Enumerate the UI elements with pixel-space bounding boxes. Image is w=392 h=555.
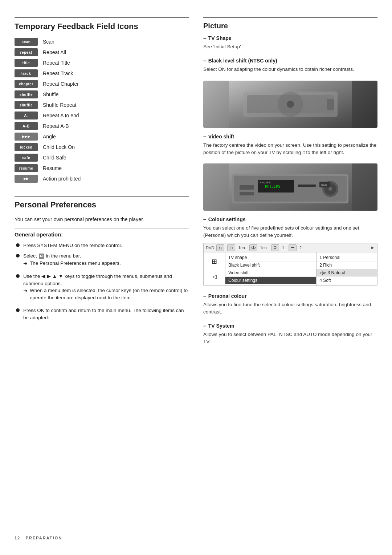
bullet-dot-icon — [16, 243, 20, 247]
resume-label: Resume — [43, 165, 62, 171]
icon-list: scan Scan repeat Repeat All title Repeat… — [15, 38, 189, 183]
colour-settings-heading-row: – Colour settings — [203, 216, 377, 222]
picture-section-title: Picture — [203, 17, 377, 30]
personal-colour-body: Allows you to fine-tune the selected col… — [203, 301, 377, 316]
list-item: Use the ◀ ▶ ▲ ▼ keys to toggle through t… — [16, 273, 189, 303]
shuffle-icon-badge: shuffle — [15, 90, 38, 98]
arrow-icon: ➜ — [23, 260, 28, 267]
list-item: track Repeat Track — [15, 69, 189, 77]
safe-icon-badge: safe — [15, 154, 38, 162]
menu-item-tv-shape: TV shape — [225, 254, 316, 262]
section1-title: Temporary Feedback Field Icons — [15, 17, 189, 31]
col-val-3: 1 — [282, 246, 284, 250]
colour-settings-heading: Colour settings — [208, 216, 246, 222]
svg-rect-11 — [240, 185, 254, 190]
colour-settings-table: DVD ↑↓ □ 1en ◁▷ 1en ⊙ 1 ↩ 2 ▶ — [203, 243, 377, 286]
tv-shape-body: See 'Initial Setup' — [203, 43, 377, 50]
table-body: ⊞ ◁ TV shape Black Level shift Video shi… — [204, 252, 377, 285]
scan-label: Scan — [43, 39, 54, 45]
square-icon: □ — [227, 244, 235, 251]
dvd-label: DVD — [205, 246, 214, 250]
list-item: shuffle Shuffle Repeat — [15, 101, 189, 109]
option-personal: 1 Personal — [317, 254, 377, 262]
icon-column: ⊞ ◁ — [204, 252, 225, 285]
repeat-track-label: Repeat Track — [43, 70, 73, 76]
list-item: ▶▶▶ Angle — [15, 133, 189, 141]
bullet-text-4: Press OK to confirm and return to the ma… — [23, 307, 189, 321]
option-natural: ◁⊳ 3 Natural — [317, 269, 377, 277]
table-icons-header: DVD ↑↓ □ 1en ◁▷ 1en ⊙ 1 ↩ 2 ▶ — [204, 243, 377, 252]
black-level-heading: Black level shift (NTSC only) — [208, 58, 277, 64]
arrow-text-2: The Personal Preferences menu appears. — [30, 260, 121, 267]
menu-item-colour-settings: Colour settings — [225, 277, 316, 284]
list-item: resume Resume — [15, 164, 189, 172]
section2-title: Personal Preferences — [15, 196, 189, 210]
action-prohibited-label: Action prohibited — [43, 176, 81, 182]
chapter-icon-badge: chapter — [15, 80, 38, 88]
svg-text:PHILIPS: PHILIPS — [265, 185, 280, 189]
list-item: chapter Repeat Chapter — [15, 80, 189, 88]
repeat-all-label: Repeat All — [43, 49, 66, 55]
list-item: scan Scan — [15, 38, 189, 46]
svg-text:DAB: DAB — [321, 183, 327, 187]
return-icon: ↩ — [289, 244, 297, 251]
repeat-chapter-label: Repeat Chapter — [43, 81, 79, 87]
col-val-2: 1en — [260, 246, 267, 250]
svg-rect-17 — [298, 185, 316, 187]
circle-icon: ⊙ — [271, 244, 279, 251]
page-footer: 12 Preparation — [15, 535, 62, 540]
tv-shape-heading: TV Shape — [208, 35, 232, 41]
list-item: title Repeat Title — [15, 59, 189, 67]
dash-icon: – — [203, 134, 206, 139]
colour-settings-body: You can select one of five predefined se… — [203, 224, 377, 239]
dash-icon: – — [203, 58, 206, 64]
personal-colour-heading: Personal colour — [208, 293, 247, 299]
menu-item-video-shift: Video shift — [225, 269, 316, 277]
svg-point-4 — [287, 101, 294, 108]
tv-system-subsec: – TV System Allows you to select between… — [203, 323, 377, 346]
arrow-item: ➜ The Personal Preferences menu appears. — [23, 260, 121, 267]
left-column: Temporary Feedback Field Icons scan Scan… — [15, 17, 189, 353]
video-shift-heading: Video shift — [208, 134, 234, 139]
title-icon-badge: title — [15, 59, 38, 67]
back-icon: ◁ — [212, 273, 217, 280]
list-item: Press SYSTEM MENU on the remote control. — [16, 242, 189, 249]
dash-icon: – — [203, 293, 206, 299]
repeat-a-end-label: Repeat A to end — [43, 113, 79, 118]
personal-prefs-intro: You can set your own personal preference… — [15, 216, 189, 222]
angle-icon-badge: ▶▶▶ — [15, 133, 38, 141]
colour-settings-subsec: – Colour settings You can select one of … — [203, 216, 377, 286]
tv-system-body: Allows you to select between PAL, NTSC a… — [203, 331, 377, 346]
menu-icon: ↑↓ — [216, 244, 224, 251]
list-item: locked Child Lock On — [15, 143, 189, 151]
bullet-text-2: Select M in the menu bar. — [23, 252, 81, 260]
menu-items-column: TV shape Black Level shift Video shift C… — [225, 252, 317, 285]
list-item: A-B Repeat A-B — [15, 122, 189, 130]
av-receiver-svg: PHILIPS PHILIPS DAB — [203, 163, 377, 211]
child-safe-label: Child Safe — [43, 155, 66, 161]
footer-label: Preparation — [26, 536, 62, 540]
black-level-body: Select ON for adapting the colour dynami… — [203, 66, 377, 73]
av-receiver-image: PHILIPS PHILIPS DAB — [203, 163, 377, 211]
personal-preferences-section: Personal Preferences You can set your ow… — [15, 196, 189, 321]
tv-shape-subsec: – TV Shape See 'Initial Setup' — [203, 35, 377, 50]
bullet-dot-icon — [16, 274, 20, 278]
list-item: ▶▶ Action prohibited — [15, 175, 189, 183]
video-shift-body: The factory centres the video on your sc… — [203, 142, 377, 157]
repeat-title-label: Repeat Title — [43, 60, 70, 66]
list-item: Press OK to confirm and return to the ma… — [16, 307, 189, 321]
arrow-text-3: When a menu item is selected, the cursor… — [30, 287, 189, 301]
arrow-icon: ➜ — [23, 287, 28, 294]
page-number: 12 — [15, 536, 20, 540]
svg-rect-5 — [327, 99, 334, 110]
bullet-text-3: Use the ◀ ▶ ▲ ▼ keys to toggle through t… — [23, 273, 189, 287]
video-shift-subsec: – Video shift The factory centres the vi… — [203, 134, 377, 157]
shuffle-repeat-icon-badge: shuffle — [15, 101, 38, 109]
bullet-text-1: Press SYSTEM MENU on the remote control. — [23, 242, 122, 249]
col-val-4: 2 — [299, 246, 302, 250]
tv-system-heading-row: – TV System — [203, 323, 377, 329]
list-item: repeat Repeat All — [15, 48, 189, 56]
list-item: A- Repeat A to end — [15, 112, 189, 119]
a-end-icon-badge: A- — [15, 112, 38, 119]
list-item: shuffle Shuffle — [15, 90, 189, 98]
